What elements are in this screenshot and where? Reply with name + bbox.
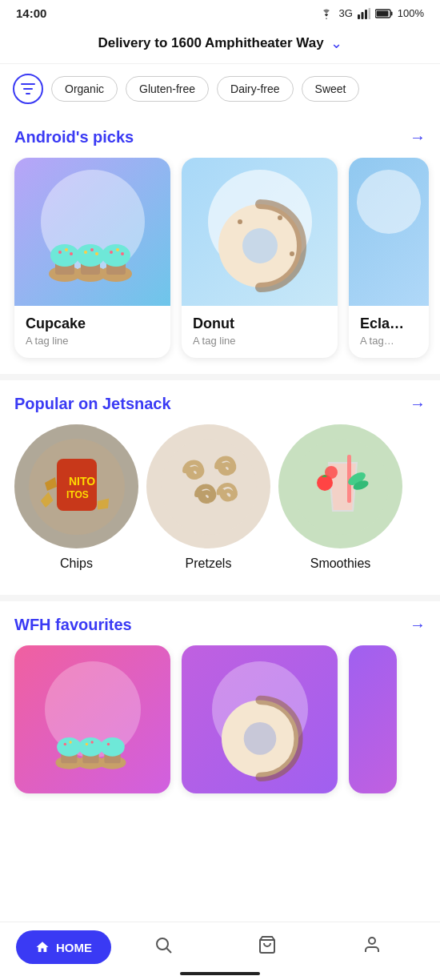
pretzels-label: Pretzels: [186, 556, 232, 571]
androids-picks-header: Android's picks →: [0, 128, 440, 158]
wfh-card-eclair[interactable]: [349, 645, 397, 793]
search-icon: [154, 935, 173, 954]
nav-icons: [111, 932, 424, 962]
filter-chip-organic[interactable]: Organic: [51, 76, 118, 102]
svg-point-13: [58, 251, 62, 254]
profile-nav-button[interactable]: [359, 932, 385, 962]
chevron-down-icon[interactable]: ⌄: [330, 34, 342, 52]
pick-card-donut-name: Donut: [193, 315, 326, 332]
svg-text:ITOS: ITOS: [66, 489, 89, 500]
wfh-card-cupcake[interactable]: [14, 645, 170, 793]
svg-rect-6: [390, 11, 392, 15]
svg-point-51: [69, 741, 71, 743]
svg-point-29: [242, 228, 278, 263]
svg-point-60: [106, 743, 109, 745]
svg-rect-1: [361, 12, 363, 19]
status-time: 14:00: [16, 6, 46, 20]
filter-icon: [21, 83, 35, 94]
pick-card-cupcake-info: Cupcake A tag line: [14, 306, 170, 358]
androids-picks-title: Android's picks: [14, 128, 134, 147]
svg-rect-8: [23, 88, 33, 90]
svg-point-62: [243, 722, 276, 755]
filter-chip-dairyfree[interactable]: Dairy-free: [217, 76, 293, 102]
popular-section-title: Popular on Jetsnack: [14, 395, 171, 413]
svg-rect-0: [358, 14, 360, 19]
profile-icon: [362, 935, 382, 954]
svg-rect-9: [26, 93, 30, 94]
pick-circle-eclair: [357, 170, 421, 234]
filter-chip-glutenfree[interactable]: Gluten-free: [126, 76, 209, 102]
home-icon: [35, 940, 50, 954]
svg-point-55: [85, 743, 87, 745]
wfh-scroll: [0, 645, 440, 809]
svg-rect-5: [376, 10, 388, 16]
wfh-section-arrow[interactable]: →: [410, 616, 426, 634]
svg-point-18: [76, 244, 105, 267]
popular-item-smoothies[interactable]: Smoothies: [278, 424, 402, 571]
svg-point-25: [110, 251, 113, 254]
wfh-card-donut[interactable]: [182, 645, 338, 793]
network-label: 3G: [338, 7, 352, 19]
svg-point-54: [78, 737, 102, 757]
svg-point-27: [121, 252, 124, 255]
bottom-nav-spacer: [0, 809, 440, 882]
svg-point-49: [57, 737, 81, 757]
svg-point-30: [238, 219, 242, 224]
pick-card-eclair-info: Ecla… A tag…: [349, 306, 429, 358]
pretzels-circle: [146, 424, 270, 548]
svg-rect-7: [21, 83, 35, 85]
pick-card-cupcake[interactable]: Cupcake A tag line: [14, 158, 170, 358]
signal-icon: [358, 8, 370, 19]
cart-nav-button[interactable]: [254, 932, 280, 962]
androids-picks-arrow[interactable]: →: [410, 128, 426, 147]
battery-label: 100%: [398, 7, 424, 19]
popular-scroll: NITO ITOS Chips: [0, 424, 440, 587]
wfh-section: WFH favourites →: [0, 601, 440, 809]
svg-point-59: [100, 737, 124, 757]
pick-card-donut-image: [182, 158, 338, 306]
svg-line-64: [167, 949, 172, 954]
filter-icon-button[interactable]: [13, 74, 43, 104]
picks-scroll: Cupcake A tag line: [0, 158, 440, 374]
divider-2: [0, 595, 440, 601]
pick-card-donut[interactable]: Donut A tag line: [182, 158, 338, 358]
svg-point-12: [50, 244, 79, 267]
battery-icon: [375, 9, 393, 18]
wfh-donut-food: [208, 694, 312, 793]
delivery-header[interactable]: Delivery to 1600 Amphitheater Way ⌄: [0, 26, 440, 64]
pick-card-donut-tag: A tag line: [193, 335, 326, 347]
svg-point-44: [325, 466, 338, 479]
svg-point-15: [70, 252, 73, 255]
status-bar: 14:00 3G 100%: [0, 0, 440, 26]
pick-card-donut-info: Donut A tag line: [182, 306, 338, 358]
delivery-address: Delivery to 1600 Amphitheater Way: [98, 35, 323, 51]
pick-card-eclair-name: Ecla…: [360, 315, 418, 332]
filter-bar: Organic Gluten-free Dairy-free Sweet: [0, 64, 440, 114]
wifi-icon: [319, 8, 334, 19]
smoothies-circle: [278, 424, 402, 548]
svg-point-56: [90, 741, 93, 743]
chips-label: Chips: [60, 556, 93, 571]
cupcake-illustration: [33, 194, 153, 306]
home-button[interactable]: HOME: [16, 930, 111, 964]
wfh-cupcake-food: [41, 698, 145, 793]
filter-chip-sweet[interactable]: Sweet: [302, 76, 360, 102]
pick-card-eclair-tag: A tag…: [360, 335, 418, 347]
wfh-section-header: WFH favourites →: [0, 616, 440, 645]
svg-rect-3: [368, 8, 370, 19]
svg-point-21: [95, 252, 98, 255]
pick-card-eclair[interactable]: Ecla… A tag…: [349, 158, 429, 358]
svg-point-31: [278, 215, 282, 220]
cart-icon: [258, 935, 277, 954]
popular-section-header: Popular on Jetsnack →: [0, 395, 440, 424]
popular-section-arrow[interactable]: →: [410, 395, 426, 413]
popular-item-chips[interactable]: NITO ITOS Chips: [14, 424, 138, 571]
svg-point-24: [102, 244, 130, 267]
pick-card-cupcake-image: [14, 158, 170, 306]
wfh-section-title: WFH favourites: [14, 616, 132, 634]
svg-point-26: [116, 248, 119, 251]
smoothies-label: Smoothies: [310, 556, 371, 571]
svg-point-66: [369, 938, 375, 944]
search-nav-button[interactable]: [150, 932, 176, 962]
popular-item-pretzels[interactable]: Pretzels: [146, 424, 270, 571]
